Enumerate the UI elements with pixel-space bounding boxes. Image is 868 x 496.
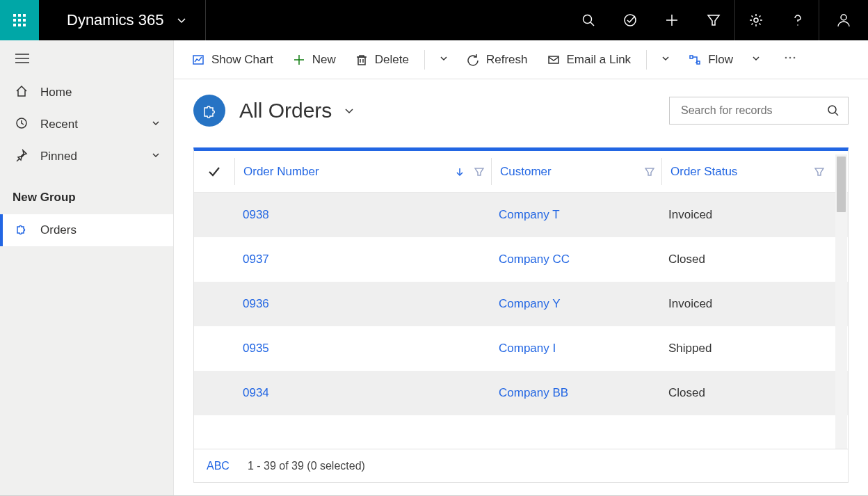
funnel-icon	[707, 13, 721, 27]
plus-icon	[665, 13, 679, 27]
column-label: Order Number	[243, 165, 319, 179]
svg-rect-1	[18, 14, 21, 17]
jump-bar[interactable]: ABC	[207, 460, 230, 472]
home-icon	[15, 85, 28, 101]
cell-customer[interactable]: Company BB	[490, 386, 660, 400]
table-row[interactable]: 0937Company CCClosed	[194, 237, 848, 282]
cell-customer[interactable]: Company T	[490, 208, 660, 222]
delete-button[interactable]: Delete	[347, 49, 417, 71]
column-label: Customer	[500, 165, 552, 179]
new-button[interactable]: New	[284, 49, 344, 71]
records-search[interactable]	[669, 97, 849, 125]
select-all-checkbox[interactable]	[194, 165, 234, 179]
person-icon	[836, 13, 851, 28]
email-link-split-menu[interactable]	[654, 49, 677, 71]
entity-badge	[193, 95, 225, 127]
chevron-down-icon	[151, 118, 161, 131]
delete-split-menu[interactable]	[432, 49, 456, 71]
flow-split-menu[interactable]	[744, 49, 768, 71]
svg-line-10	[590, 22, 594, 26]
chevron-down-icon	[661, 54, 670, 63]
chart-icon	[192, 54, 204, 66]
cell-order-number[interactable]: 0938	[234, 208, 490, 222]
svg-rect-30	[690, 56, 693, 58]
plus-icon	[293, 54, 305, 66]
svg-rect-7	[18, 24, 21, 26]
grid-body: 0938Company TInvoiced0937Company CCClose…	[194, 193, 848, 449]
target-check-icon	[623, 13, 637, 27]
svg-point-17	[841, 15, 846, 20]
advanced-filter-button[interactable]	[693, 0, 734, 40]
product-switcher[interactable]: Dynamics 365	[39, 0, 206, 40]
cell-order-status: Shipped	[660, 342, 831, 355]
nav-pinned[interactable]: Pinned	[0, 141, 173, 173]
show-chart-label: Show Chart	[211, 53, 273, 67]
help-icon	[791, 13, 805, 27]
gear-icon	[749, 13, 763, 27]
search-icon	[827, 104, 839, 117]
cell-customer[interactable]: Company CC	[490, 253, 660, 266]
global-search-button[interactable]	[568, 0, 609, 40]
nav-collapse-toggle[interactable]	[0, 40, 173, 77]
waffle-icon	[13, 13, 26, 27]
account-button[interactable]	[819, 0, 868, 40]
column-header-customer[interactable]: Customer	[492, 165, 661, 179]
svg-marker-14	[708, 15, 719, 25]
help-button[interactable]	[777, 0, 819, 40]
quick-create-button[interactable]	[651, 0, 693, 40]
table-row[interactable]: 0935Company IShipped	[194, 326, 848, 371]
funnel-icon	[814, 167, 824, 177]
cell-order-number[interactable]: 0936	[234, 297, 490, 311]
svg-rect-25	[358, 57, 365, 65]
show-chart-button[interactable]: Show Chart	[184, 49, 282, 71]
cell-order-number[interactable]: 0937	[234, 253, 490, 266]
clock-icon	[15, 117, 28, 133]
pin-icon	[15, 149, 28, 165]
svg-point-16	[797, 24, 798, 26]
nav-recent[interactable]: Recent	[0, 109, 173, 141]
cell-customer[interactable]: Company I	[490, 342, 660, 355]
grid-scrollbar[interactable]	[835, 154, 847, 449]
cell-order-number[interactable]: 0934	[234, 386, 490, 400]
nav-home[interactable]: Home	[0, 77, 173, 109]
svg-rect-4	[18, 19, 21, 22]
view-header: All Orders	[193, 95, 849, 127]
settings-button[interactable]	[735, 0, 777, 40]
svg-rect-5	[23, 19, 26, 22]
svg-point-35	[828, 106, 836, 113]
svg-point-33	[789, 57, 791, 59]
cell-order-number[interactable]: 0935	[234, 342, 490, 355]
trash-icon	[355, 54, 368, 66]
column-label: Order Status	[670, 165, 737, 179]
column-header-order-number[interactable]: Order Number	[235, 165, 491, 179]
column-header-order-status[interactable]: Order Status	[662, 165, 831, 179]
scrollbar-thumb[interactable]	[837, 157, 846, 212]
table-row[interactable]: 0936Company YInvoiced	[194, 282, 848, 326]
command-bar-overflow[interactable]	[776, 47, 804, 72]
task-flow-button[interactable]	[609, 0, 651, 40]
delete-label: Delete	[375, 53, 409, 67]
chevron-down-icon	[439, 54, 449, 63]
flow-button[interactable]: Flow	[680, 49, 741, 71]
mail-icon	[547, 54, 560, 66]
table-row[interactable]: 0934Company BBClosed	[194, 371, 848, 415]
svg-point-32	[785, 57, 787, 59]
hamburger-icon	[15, 53, 29, 64]
cell-order-status: Closed	[660, 253, 831, 266]
table-row[interactable]: 0938Company TInvoiced	[194, 193, 848, 237]
record-count: 1 - 39 of 39 (0 selected)	[248, 460, 365, 472]
email-link-button[interactable]: Email a Link	[539, 49, 640, 71]
funnel-icon	[645, 167, 654, 177]
view-selector[interactable]: All Orders	[239, 99, 355, 122]
records-search-input[interactable]	[681, 104, 827, 117]
svg-point-15	[754, 18, 758, 22]
funnel-icon	[474, 167, 484, 177]
main-content: Show Chart New Delete	[174, 40, 868, 495]
new-label: New	[312, 53, 336, 67]
refresh-button[interactable]: Refresh	[458, 49, 536, 71]
refresh-label: Refresh	[486, 53, 528, 67]
app-launcher[interactable]	[0, 0, 39, 40]
nav-orders[interactable]: Orders	[0, 214, 173, 246]
cell-customer[interactable]: Company Y	[490, 297, 660, 311]
nav-orders-label: Orders	[40, 223, 77, 237]
